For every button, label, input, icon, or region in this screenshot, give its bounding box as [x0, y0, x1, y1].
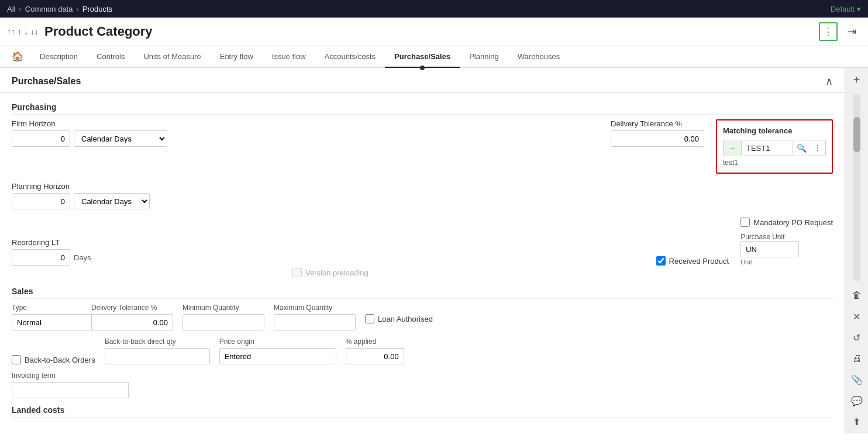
matching-tolerance-field: → TEST1 🔍 ⋮	[723, 140, 826, 156]
tab-issue-flow[interactable]: Issue flow	[263, 46, 315, 68]
scrollbar[interactable]	[853, 94, 860, 281]
mandatory-po-checkbox[interactable]	[740, 218, 750, 227]
planning-horizon-input[interactable]	[12, 193, 70, 209]
tab-description[interactable]: Description	[30, 46, 87, 68]
print-button[interactable]: 🖨	[848, 349, 866, 368]
purchase-unit-label: Purchase Unit	[740, 233, 833, 241]
scrollbar-thumb	[853, 117, 860, 152]
price-origin-input[interactable]	[219, 348, 336, 364]
max-qty-input[interactable]	[274, 314, 356, 330]
tab-home[interactable]: 🏠	[5, 46, 30, 67]
menu-button[interactable]: ⋮	[819, 22, 838, 41]
matching-tolerance-box: Matching tolerance → TEST1 🔍 ⋮ test1	[716, 119, 833, 174]
comment-icon: 💬	[851, 395, 863, 406]
tab-warehouses[interactable]: Warehouses	[508, 46, 570, 68]
version-preloading-row: Version preloading	[292, 268, 833, 277]
mandatory-po-checkbox-group: Mandatory PO Request	[740, 218, 833, 227]
exit-icon: ⇥	[848, 25, 856, 38]
loan-authorised-checkbox[interactable]	[365, 314, 374, 323]
delivery-tolerance-group: Delivery Tolerance %	[611, 119, 704, 147]
breadcrumb-products[interactable]: Products	[82, 5, 112, 13]
nav-first[interactable]: ↑↑	[7, 27, 15, 36]
percent-applied-label: % applied	[346, 337, 404, 346]
received-product-checkbox[interactable]	[656, 256, 666, 266]
clear-button[interactable]: ✕	[848, 307, 866, 326]
form-content: Purchasing Firm Horizon Calendar Days	[0, 93, 845, 432]
default-button[interactable]: Default ▾	[831, 5, 861, 13]
attach-button[interactable]: 📎	[848, 370, 866, 389]
type-input[interactable]	[12, 314, 94, 330]
tab-controls[interactable]: Controls	[87, 46, 134, 68]
purchasing-row-3: Reordering LT Days Received Product	[12, 218, 833, 266]
matching-tolerance-value: TEST1	[742, 142, 793, 155]
add-icon: +	[853, 73, 860, 87]
invoicing-term-label: Invoicing term	[12, 371, 129, 380]
firm-horizon-group: Firm Horizon Calendar Days	[12, 119, 167, 147]
reordering-lt-input[interactable]	[12, 249, 70, 266]
content-area: Purchase/Sales ∧ Purchasing Firm Horizon…	[0, 68, 845, 433]
exit-button[interactable]: ⇥	[842, 22, 861, 41]
version-preloading-group: Version preloading	[292, 268, 368, 277]
back-to-back-checkbox[interactable]	[12, 355, 21, 364]
min-qty-label: Minimum Quantity	[182, 304, 264, 312]
nav-last[interactable]: ↓↓	[30, 27, 39, 36]
delete-button[interactable]: 🗑	[848, 286, 866, 305]
loan-authorised-group: Loan Authorised	[365, 304, 433, 323]
type-label: Type	[12, 304, 82, 312]
planning-horizon-group: Planning Horizon Calendar Days	[12, 182, 150, 209]
matching-tolerance-arrow[interactable]: →	[724, 141, 742, 155]
tab-purchase-sales[interactable]: Purchase/Sales	[385, 46, 460, 68]
sales-row-1: Type Delivery Tolerance % Minimum Quanti…	[12, 304, 833, 330]
right-sidebar: + 🗑 ✕ ↺ 🖨 📎 💬 ⬆	[845, 68, 868, 433]
tab-planning[interactable]: Planning	[460, 46, 508, 68]
sales-delivery-tolerance-input[interactable]	[91, 314, 173, 330]
add-button[interactable]: +	[848, 70, 866, 89]
back-to-back-label: Back-to-Back Orders	[25, 356, 95, 364]
invoicing-term-input[interactable]	[12, 382, 129, 398]
tab-accounts-costs[interactable]: Accounts/costs	[315, 46, 385, 68]
main-area: Purchase/Sales ∧ Purchasing Firm Horizon…	[0, 68, 868, 433]
back-to-back-group: Back-to-Back Orders	[12, 355, 95, 364]
min-qty-group: Minimum Quantity	[182, 304, 264, 330]
planning-horizon-unit[interactable]: Calendar Days	[74, 193, 150, 209]
breadcrumb-common-data[interactable]: Common data	[25, 5, 73, 13]
delivery-tolerance-input[interactable]	[611, 130, 704, 147]
version-preloading-label: Version preloading	[305, 268, 368, 277]
header-row: ↑↑ ↑ ↓ ↓↓ Product Category ⋮ ⇥	[0, 18, 868, 46]
tab-units-of-measure[interactable]: Units of Measure	[134, 46, 210, 68]
firm-horizon-label: Firm Horizon	[12, 119, 167, 128]
nav-next[interactable]: ↓	[24, 27, 28, 36]
firm-horizon-unit[interactable]: Calendar Days	[74, 130, 167, 147]
received-product-group: Received Product	[656, 256, 729, 266]
nav-arrows: ↑↑ ↑ ↓ ↓↓	[7, 27, 39, 36]
matching-tolerance-label: Matching tolerance	[723, 126, 826, 135]
sales-row-2: Back-to-Back Orders Back-to-back direct …	[12, 337, 833, 364]
header-left: ↑↑ ↑ ↓ ↓↓ Product Category	[7, 24, 153, 39]
back-to-back-checkbox-group: Back-to-Back Orders	[12, 355, 95, 364]
firm-horizon-input[interactable]	[12, 130, 70, 147]
mandatory-po-label: Mandatory PO Request	[753, 218, 833, 227]
matching-search-icon[interactable]: 🔍	[793, 141, 810, 155]
received-product-checkbox-group: Received Product	[656, 256, 729, 266]
matching-tolerance-hint: test1	[723, 159, 826, 167]
collapse-button[interactable]: ∧	[825, 75, 833, 88]
back-to-back-qty-label: Back-to-back direct qty	[105, 337, 210, 346]
min-qty-input[interactable]	[182, 314, 264, 330]
landed-costs-subtitle: Landed costs	[12, 405, 833, 418]
upload-button[interactable]: ⬆	[848, 412, 866, 431]
back-to-back-qty-group: Back-to-back direct qty	[105, 337, 210, 364]
tabs-row: 🏠 Description Controls Units of Measure …	[0, 46, 868, 68]
breadcrumb-all[interactable]: All	[7, 5, 15, 13]
refresh-button[interactable]: ↺	[848, 328, 866, 347]
purchase-unit-input[interactable]	[740, 241, 799, 257]
matching-menu-icon[interactable]: ⋮	[810, 141, 825, 155]
comment-button[interactable]: 💬	[848, 391, 866, 410]
nav-prev[interactable]: ↑	[18, 27, 22, 36]
upload-icon: ⬆	[853, 416, 860, 428]
percent-applied-input[interactable]	[346, 348, 404, 364]
tab-entry-flow[interactable]: Entry flow	[211, 46, 263, 68]
print-icon: 🖨	[852, 353, 862, 364]
matching-tolerance-icons: 🔍 ⋮	[793, 141, 825, 155]
back-to-back-qty-input[interactable]	[105, 348, 210, 364]
max-qty-group: Maximum Quantity	[274, 304, 356, 330]
